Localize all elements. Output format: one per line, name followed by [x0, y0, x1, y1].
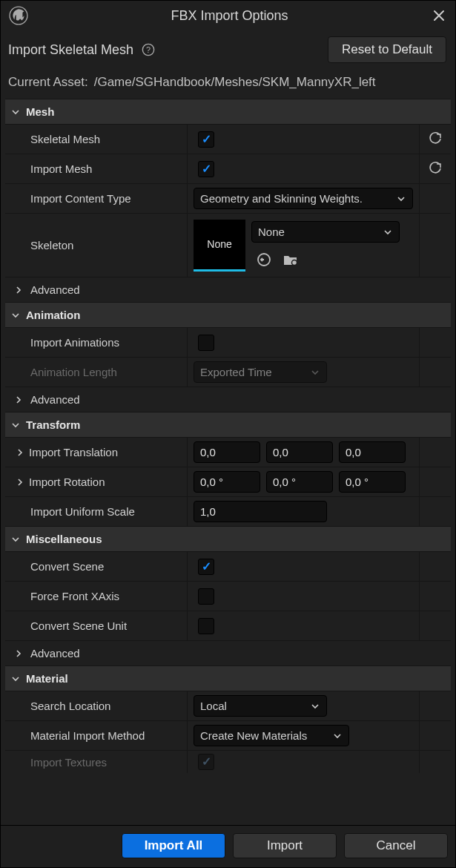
reset-to-default-button[interactable]: Reset to Default [328, 36, 446, 63]
checkbox-import-animations[interactable] [198, 335, 214, 351]
checkbox-force-front-xaxis[interactable] [198, 588, 214, 605]
dialog-title: FBX Import Options [29, 8, 430, 24]
subtitle: Import Skeletal Mesh [8, 42, 133, 58]
row-material-import-method: Material Import Method Create New Materi… [5, 720, 451, 750]
cancel-button[interactable]: Cancel [344, 833, 448, 858]
chevron-down-icon [11, 108, 20, 116]
advanced-miscellaneous[interactable]: Advanced [5, 640, 451, 665]
category-animation-label: Animation [26, 309, 80, 321]
import-all-button[interactable]: Import All [122, 833, 225, 858]
input-uniform-scale[interactable]: 1,0 [194, 501, 327, 522]
chevron-right-icon [14, 649, 23, 658]
checkbox-import-textures: ✓ [198, 754, 214, 770]
input-translation-z[interactable]: 0,0 [339, 441, 406, 463]
properties-scroll-area[interactable]: Mesh Skeletal Mesh ✓ Import Mesh ✓ [1, 97, 455, 825]
row-import-rotation: Import Rotation 0,0 ° 0,0 ° 0,0 ° [5, 467, 451, 496]
row-search-location: Search Location Local [5, 691, 451, 720]
label-import-mesh: Import Mesh [30, 162, 92, 175]
chevron-down-icon [11, 535, 20, 544]
advanced-mesh[interactable]: Advanced [5, 277, 451, 302]
import-button[interactable]: Import [233, 833, 337, 858]
chevron-right-icon [14, 286, 23, 295]
chevron-right-icon [14, 395, 23, 404]
category-miscellaneous[interactable]: Miscellaneous [5, 526, 451, 551]
checkbox-skeletal-mesh[interactable]: ✓ [198, 131, 214, 148]
current-asset-row: Current Asset: /Game/SGHandbook/Meshes/S… [1, 70, 455, 97]
browse-asset-icon[interactable] [281, 250, 300, 269]
row-convert-scene-unit: Convert Scene Unit [5, 611, 451, 640]
titlebar: FBX Import Options [1, 1, 455, 32]
dropdown-search-location[interactable]: Local [194, 695, 327, 717]
advanced-animation[interactable]: Advanced [5, 387, 451, 412]
chevron-down-icon [383, 227, 393, 237]
label-import-content-type: Import Content Type [30, 192, 131, 205]
label-skeleton: Skeleton [30, 239, 73, 251]
use-selected-asset-icon[interactable] [254, 250, 274, 269]
help-icon[interactable]: ? [141, 42, 156, 57]
input-translation-x[interactable]: 0,0 [194, 441, 260, 463]
chevron-down-icon [310, 367, 320, 378]
dropdown-material-import-method[interactable]: Create New Materials [194, 725, 349, 746]
label-convert-scene: Convert Scene [30, 560, 104, 573]
label-import-rotation: Import Rotation [29, 476, 105, 488]
category-animation[interactable]: Animation [5, 302, 451, 327]
label-animation-length: Animation Length [30, 366, 117, 378]
row-animation-length: Animation Length Exported Time [5, 357, 451, 387]
chevron-down-icon [396, 194, 406, 204]
row-import-translation: Import Translation 0,0 0,0 0,0 [5, 437, 451, 467]
skeleton-thumbnail[interactable]: None [194, 220, 245, 272]
dropdown-import-content-type-value: Geometry and Skinning Weights. [200, 192, 391, 205]
chevron-down-icon [332, 731, 343, 741]
unreal-logo-icon [8, 5, 29, 26]
row-import-content-type: Import Content Type Geometry and Skinnin… [5, 183, 451, 213]
row-import-textures: Import Textures ✓ [5, 750, 451, 773]
input-rotation-y[interactable]: 0,0 ° [266, 471, 333, 493]
label-search-location: Search Location [30, 700, 110, 712]
svg-text:?: ? [146, 45, 151, 54]
current-asset-label: Current Asset: [8, 75, 88, 90]
row-import-uniform-scale: Import Uniform Scale 1,0 [5, 496, 451, 526]
chevron-down-icon [11, 674, 20, 683]
chevron-right-icon[interactable] [16, 478, 24, 487]
category-mesh[interactable]: Mesh [5, 99, 451, 124]
reset-property-icon[interactable] [428, 131, 443, 148]
current-asset-path: /Game/SGHandbook/Meshes/SKM_MannyXR_left [94, 75, 376, 90]
row-import-animations: Import Animations [5, 327, 451, 357]
advanced-mesh-label: Advanced [30, 283, 80, 296]
checkbox-convert-scene-unit[interactable] [198, 618, 214, 634]
category-transform[interactable]: Transform [5, 412, 451, 437]
chevron-down-icon [11, 311, 20, 320]
reset-property-icon[interactable] [428, 160, 443, 177]
category-material-label: Material [26, 672, 68, 685]
close-button[interactable] [430, 7, 448, 24]
input-rotation-z[interactable]: 0,0 ° [339, 471, 406, 493]
chevron-right-icon[interactable] [16, 448, 24, 457]
label-import-textures: Import Textures [30, 756, 107, 769]
dropdown-skeleton[interactable]: None [251, 221, 400, 243]
checkbox-convert-scene[interactable]: ✓ [198, 559, 214, 575]
dropdown-material-import-method-value: Create New Materials [200, 729, 328, 742]
label-skeletal-mesh: Skeletal Mesh [30, 133, 100, 145]
input-rotation-x[interactable]: 0,0 ° [194, 471, 260, 493]
row-skeletal-mesh: Skeletal Mesh ✓ [5, 124, 451, 154]
category-transform-label: Transform [26, 418, 80, 431]
label-import-uniform-scale: Import Uniform Scale [30, 505, 135, 518]
dropdown-search-location-value: Local [200, 700, 305, 712]
label-force-front-xaxis: Force Front XAxis [30, 590, 119, 602]
category-miscellaneous-label: Miscellaneous [26, 533, 102, 545]
advanced-animation-label: Advanced [30, 393, 80, 406]
advanced-miscellaneous-label: Advanced [30, 647, 80, 660]
category-material[interactable]: Material [5, 665, 451, 691]
dropdown-import-content-type[interactable]: Geometry and Skinning Weights. [194, 188, 413, 209]
label-material-import-method: Material Import Method [30, 729, 145, 742]
row-force-front-xaxis: Force Front XAxis [5, 581, 451, 611]
dropdown-animation-length-value: Exported Time [200, 366, 305, 378]
dropdown-skeleton-value: None [258, 226, 378, 238]
row-skeleton: Skeleton None None [5, 213, 451, 277]
label-convert-scene-unit: Convert Scene Unit [30, 619, 127, 632]
subheader: Import Skeletal Mesh ? Reset to Default [1, 32, 455, 70]
label-import-translation: Import Translation [29, 446, 118, 458]
input-translation-y[interactable]: 0,0 [266, 441, 333, 463]
checkbox-import-mesh[interactable]: ✓ [198, 161, 214, 177]
dropdown-animation-length: Exported Time [194, 361, 327, 383]
